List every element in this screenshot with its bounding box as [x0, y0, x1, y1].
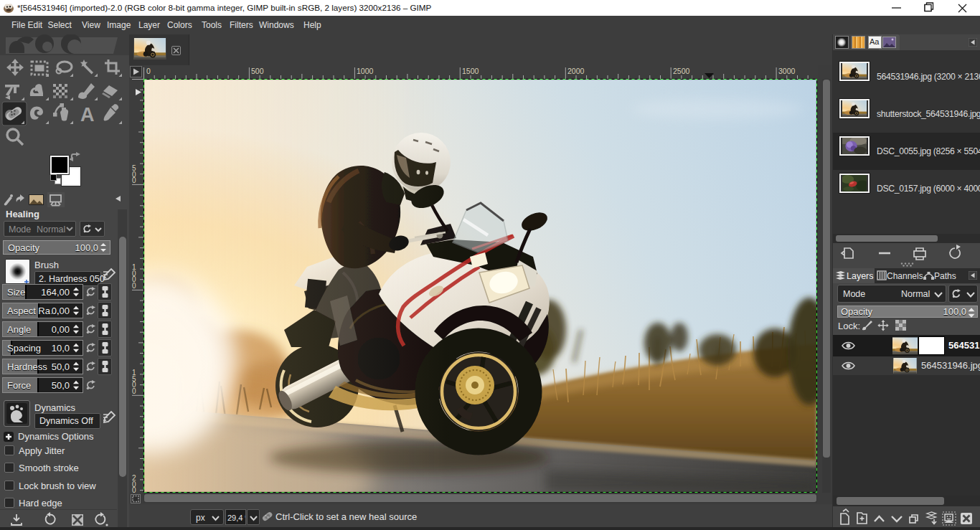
svg-text:1500: 1500: [462, 67, 479, 75]
svg-text:500: 500: [132, 164, 136, 185]
svg-text:A: A: [80, 104, 95, 126]
svg-text:500: 500: [251, 67, 264, 75]
svg-text:1000: 1000: [132, 263, 136, 290]
svg-text:0: 0: [146, 67, 151, 75]
svg-text:2000: 2000: [567, 67, 585, 75]
svg-text:2500: 2500: [673, 67, 690, 75]
svg-text:1500: 1500: [132, 369, 136, 395]
svg-text:1000: 1000: [357, 67, 374, 75]
svg-text:2000: 2000: [132, 474, 136, 493]
svg-text:3000: 3000: [778, 67, 796, 75]
